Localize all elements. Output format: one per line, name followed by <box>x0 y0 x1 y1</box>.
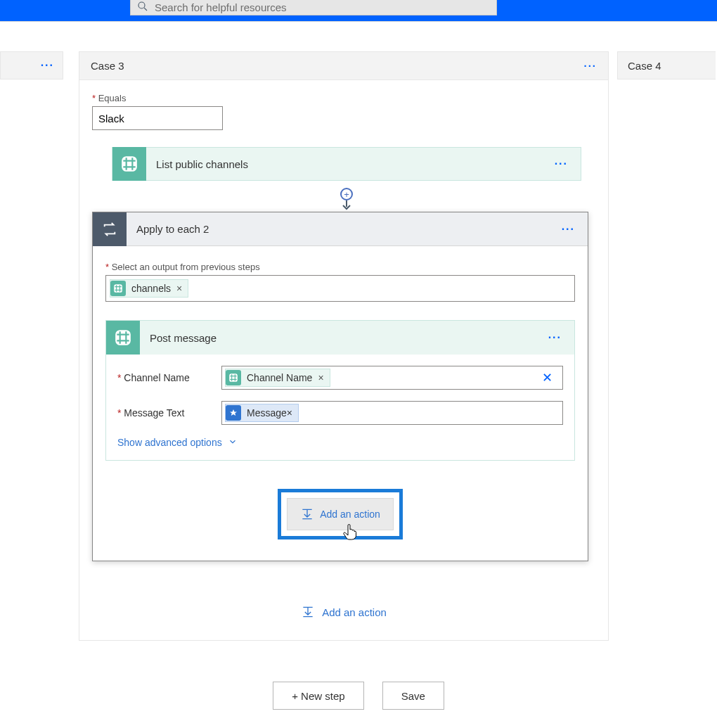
message-text-input[interactable]: Message × <box>221 401 563 425</box>
remove-token-icon[interactable]: × <box>318 372 323 383</box>
insert-step-icon[interactable]: + <box>340 188 353 200</box>
slack-mini-icon <box>110 281 126 296</box>
add-action-link[interactable]: Add an action <box>92 605 595 619</box>
svg-point-0 <box>138 2 145 8</box>
channels-token[interactable]: channels × <box>110 279 188 298</box>
channel-name-token[interactable]: Channel Name × <box>225 369 330 387</box>
slack-connector-icon <box>112 147 146 181</box>
svg-rect-5 <box>229 373 238 382</box>
show-advanced-options-link[interactable]: Show advanced options <box>117 437 238 449</box>
dynamic-content-icon <box>226 405 241 421</box>
switch-cases-row: ··· Case 3 ··· * Equals <box>0 51 717 641</box>
search-placeholder: Search for helpful resources <box>155 1 287 13</box>
step-list-menu-icon[interactable]: ··· <box>555 158 568 170</box>
add-action-button[interactable]: Add an action <box>287 498 394 530</box>
apply-menu-icon[interactable]: ··· <box>562 223 575 236</box>
case-3-header[interactable]: Case 3 ··· <box>79 52 608 80</box>
chevron-down-icon <box>228 437 238 449</box>
equals-input[interactable] <box>92 106 223 130</box>
channel-name-label: * Channel Name <box>117 372 221 383</box>
remove-token-icon[interactable]: × <box>287 407 292 419</box>
post-message-title: Post message <box>150 332 217 344</box>
clear-field-icon[interactable]: ✕ <box>542 370 553 385</box>
post-message-card: Post message ··· * Channel Name <box>105 320 575 461</box>
case-3-title: Case 3 <box>91 60 124 72</box>
previous-case-panel[interactable]: ··· <box>0 51 63 79</box>
apply-to-each-header[interactable]: Apply to each 2 ··· <box>93 212 588 246</box>
footer-actions: + New step Save <box>0 682 717 710</box>
apply-to-each-card: Apply to each 2 ··· * Select an output f… <box>92 212 588 561</box>
remove-token-icon[interactable]: × <box>176 283 182 294</box>
select-output-label: * Select an output from previous steps <box>105 262 575 272</box>
new-step-button[interactable]: + New step <box>273 682 363 710</box>
arrow-down-icon <box>341 200 352 213</box>
add-action-highlight: Add an action <box>278 489 403 539</box>
apply-to-each-title: Apply to each 2 <box>136 223 209 235</box>
svg-line-1 <box>144 8 147 11</box>
post-message-menu-icon[interactable]: ··· <box>548 331 562 344</box>
slack-mini-icon <box>226 370 241 385</box>
step-list-title: List public channels <box>156 158 248 170</box>
slack-connector-icon <box>106 321 140 355</box>
equals-label: * Equals <box>92 93 595 103</box>
search-box[interactable]: Search for helpful resources <box>130 0 497 15</box>
case-3-panel: Case 3 ··· * Equals List public channels <box>79 51 609 641</box>
step-list-channels[interactable]: List public channels ··· <box>112 147 581 181</box>
top-nav-bar: Search for helpful resources <box>0 0 717 21</box>
save-button[interactable]: Save <box>382 682 444 710</box>
message-token[interactable]: Message × <box>225 404 299 422</box>
case-4-panel[interactable]: Case 4 <box>617 51 716 79</box>
loop-icon <box>93 212 127 246</box>
case-4-title: Case 4 <box>628 60 661 72</box>
divider <box>0 21 717 22</box>
svg-rect-4 <box>115 330 131 345</box>
channel-name-input[interactable]: Channel Name × ✕ <box>221 366 563 390</box>
message-text-label: * Message Text <box>117 407 221 419</box>
search-icon <box>136 0 149 15</box>
connector-line: + <box>112 181 581 210</box>
ellipsis-icon[interactable]: ··· <box>41 59 54 72</box>
svg-rect-2 <box>122 156 137 172</box>
case-3-menu-icon[interactable]: ··· <box>583 60 597 72</box>
select-output-input[interactable]: channels × <box>105 275 575 302</box>
cursor-hand-icon <box>343 523 357 543</box>
post-message-header[interactable]: Post message ··· <box>106 321 574 355</box>
svg-rect-3 <box>114 284 122 293</box>
